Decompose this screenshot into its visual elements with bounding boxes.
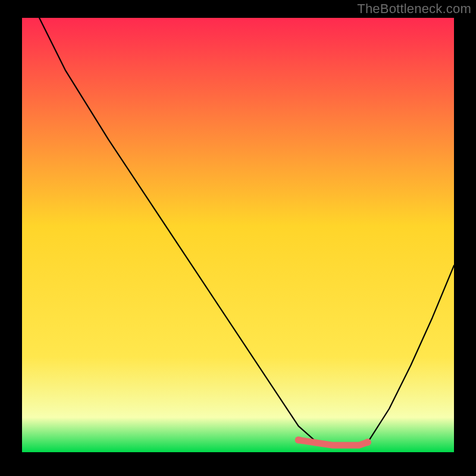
- highlight-endpoint-right: [364, 439, 371, 446]
- plot-svg: [22, 18, 454, 452]
- watermark-text: TheBottleneck.com: [357, 1, 471, 17]
- plot-area: [22, 18, 454, 452]
- highlight-endpoint-left: [295, 437, 302, 444]
- gradient-background: [22, 18, 454, 452]
- chart-frame: TheBottleneck.com: [0, 0, 476, 476]
